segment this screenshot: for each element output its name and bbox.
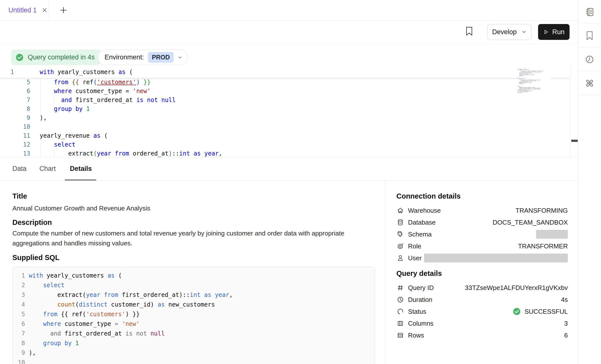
line-number: 10 — [13, 358, 25, 364]
code-text: ), — [30, 113, 47, 122]
code-text: extract(year from first_ordered_at)::int… — [25, 290, 233, 300]
plus-icon[interactable] — [59, 6, 67, 14]
code-line: 1with yearly_customers as ( — [13, 271, 375, 281]
editor-scrollbar[interactable] — [571, 66, 578, 157]
role-icon — [396, 242, 404, 250]
detail-label: Query ID — [408, 284, 434, 292]
run-label: Run — [552, 28, 565, 36]
tab-label: Untitled 1 — [8, 6, 37, 14]
detail-label: User — [408, 254, 422, 262]
code-text: select — [25, 281, 65, 290]
develop-label: Develop — [492, 28, 517, 36]
line-number: 13 — [0, 149, 30, 157]
check-circle-icon — [15, 53, 24, 62]
chevron-down-icon — [178, 55, 183, 60]
connection-details-rows: WarehouseTRANSFORMINGDatabaseDOCS_TEAM_S… — [396, 205, 568, 264]
query-details-heading: Query details — [396, 269, 442, 278]
line-number: 11 — [0, 131, 30, 140]
develop-button[interactable]: Develop — [487, 24, 531, 40]
code-text: count(distinct customer_id) as new_custo… — [25, 300, 215, 310]
line-number: 5 — [0, 78, 30, 87]
right-sidebar — [578, 0, 601, 364]
code-text: group by 1 — [25, 338, 79, 348]
code-text: and first_ordered_at is not null — [30, 96, 176, 104]
line-number: 10 — [0, 122, 30, 131]
detail-value: 4s — [561, 296, 568, 304]
detail-row: StatusSUCCESSFUL — [396, 306, 568, 317]
code-line: 7 and first_ordered_at is not null — [13, 329, 375, 338]
code-line: 9), — [0, 113, 222, 122]
detail-row: RoleTRANSFORMER — [396, 240, 568, 252]
tab-chart[interactable]: Chart — [39, 157, 56, 180]
scrollbar-thumb[interactable] — [571, 140, 578, 142]
detail-value: SUCCESSFUL — [524, 308, 568, 315]
code-line: 6 where customer_type = 'new' — [13, 319, 375, 329]
columns-icon — [396, 319, 404, 327]
query-status-badge: Query completed in 4s — [11, 50, 101, 65]
code-text: with yearly_customers as ( — [25, 271, 122, 281]
code-line: 7 and first_ordered_at is not null — [0, 96, 222, 104]
line-number: 12 — [0, 140, 30, 149]
ref-link[interactable]: 'customers' — [97, 79, 136, 86]
detail-row: Query ID33TZseWpe1ALFDUYerxR1gVKxbv — [396, 282, 568, 294]
query-status-text: Query completed in 4s — [28, 53, 95, 61]
code-text — [30, 122, 40, 131]
code-line: 3 extract(year from first_ordered_at)::i… — [13, 290, 375, 300]
line-number: 8 — [13, 338, 25, 348]
code-line: 8 group by 1 — [13, 338, 375, 348]
code-text: ), — [25, 348, 36, 358]
line-number: 7 — [13, 329, 25, 338]
detail-label: Rows — [408, 332, 424, 339]
schema-icon — [396, 230, 404, 238]
code-text: select — [30, 140, 76, 149]
line-number: 6 — [13, 319, 25, 329]
sidebar-item-bookmarks[interactable] — [578, 24, 601, 48]
run-button[interactable]: Run — [538, 24, 570, 40]
detail-row: Duration4s — [396, 294, 568, 306]
line-number: 1 — [13, 271, 25, 281]
detail-label: Database — [408, 219, 436, 226]
sidebar-item-notebook[interactable] — [578, 0, 601, 24]
code-text: from {{ ref('customers') }} — [30, 78, 151, 87]
bookmark-icon[interactable] — [465, 26, 474, 36]
redacted-value — [424, 254, 568, 262]
code-line: 2 select — [13, 281, 375, 290]
query-details-rows: Query ID33TZseWpe1ALFDUYerxR1gVKxbvDurat… — [396, 282, 568, 341]
code-text: where customer_type = 'new' — [30, 87, 151, 96]
line-number: 5 — [13, 310, 25, 319]
tab-details[interactable]: Details — [70, 157, 92, 180]
tab-untitled-1[interactable]: Untitled 1 — [0, 0, 48, 20]
check-circle-icon — [512, 307, 521, 316]
connection-details-heading: Connection details — [396, 192, 461, 200]
detail-value: 3 — [564, 320, 568, 327]
user-icon — [396, 254, 404, 262]
detail-value: DOCS_TEAM_SANDBOX — [493, 219, 568, 226]
close-icon[interactable] — [42, 7, 48, 13]
code-line: 13 extract(year from ordered_at)::int as… — [0, 149, 222, 157]
sidebar-item-explore[interactable] — [578, 71, 601, 95]
bookmark-icon — [584, 30, 595, 41]
sticky-scroll-line: 1 with yearly_customers as ( — [0, 66, 570, 78]
code-line: 5 from {{ ref('customers') }} — [13, 310, 375, 319]
editor-minimap[interactable]: with yearly_customers as ( select extrac… — [517, 69, 551, 95]
detail-label: Role — [408, 242, 421, 250]
detail-row: WarehouseTRANSFORMING — [396, 205, 568, 216]
description-value: Compute the number of new customers and … — [12, 228, 359, 248]
environment-value-badge: PROD — [148, 52, 174, 63]
code-line: 10 — [13, 358, 375, 364]
tab-data[interactable]: Data — [12, 157, 27, 180]
detail-label: Warehouse — [408, 207, 441, 214]
warehouse-icon — [396, 207, 404, 214]
editor-lines: 5 from {{ ref('customers') }}6 where cus… — [0, 78, 222, 157]
sql-editor[interactable]: 5 from {{ ref('customers') }}6 where cus… — [0, 66, 578, 157]
editor-tab-bar: Untitled 1 — [0, 0, 578, 21]
supplied-sql-heading: Supplied SQL — [12, 254, 59, 262]
play-icon — [543, 29, 549, 35]
sidebar-item-history[interactable] — [578, 48, 601, 71]
line-number: 3 — [13, 290, 25, 300]
environment-selector[interactable]: Environment: PROD — [98, 50, 188, 65]
line-number: 1 — [0, 66, 30, 78]
code-line: 9), — [13, 348, 375, 358]
title-heading: Title — [12, 192, 27, 200]
status-icon — [396, 308, 404, 315]
